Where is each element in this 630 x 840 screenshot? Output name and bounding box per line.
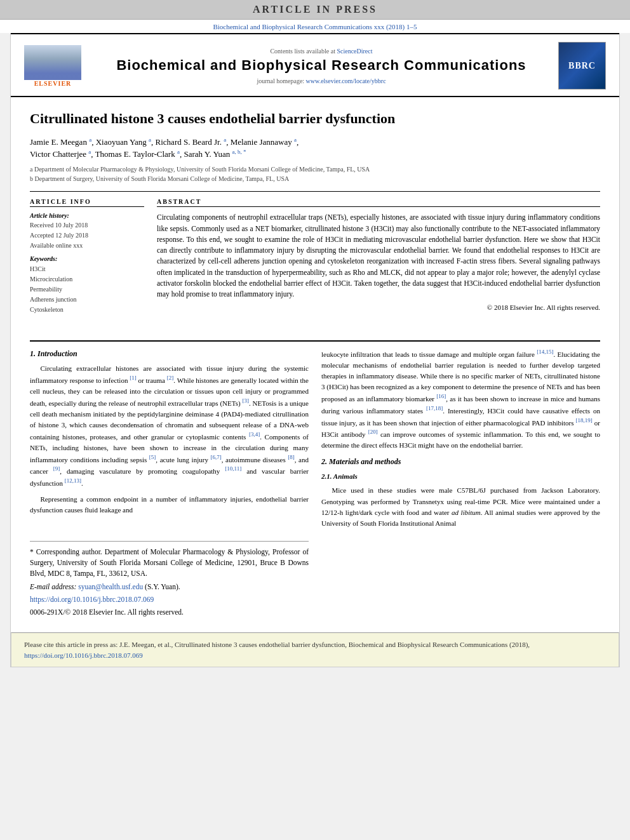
body-columns: 1. Introduction Circulating extracellula… (11, 348, 619, 632)
ref-20: [20] (368, 429, 378, 435)
footnote-email: E-mail address: syuan@health.usf.edu (S.… (30, 582, 309, 592)
ref-6-7: [6,7] (210, 454, 221, 460)
email-suffix: (S.Y. Yuan). (145, 583, 180, 590)
author-jannaway: Melanie Jannaway (231, 137, 292, 147)
sciencedirect-line: Contents lists available at ScienceDirec… (91, 48, 552, 55)
ref-1: [1] (130, 375, 137, 381)
affiliation-a: a Department of Molecular Pharmacology &… (30, 164, 600, 174)
keyword-cytoskeleton: Cytoskeleton (30, 305, 144, 315)
journal-reference-line: Biochemical and Biophysical Research Com… (0, 20, 630, 33)
col2-para1: leukocyte infiltration that leads to tis… (321, 348, 600, 451)
affiliation-b: b Department of Surgery, University of S… (30, 174, 600, 183)
intro-para1: Circulating extracellular histones are a… (30, 363, 309, 488)
article-title: Citrullinated histone 3 causes endotheli… (30, 110, 600, 128)
header-divider (30, 191, 600, 192)
doi-link[interactable]: https://doi.org/10.1016/j.bbrc.2018.07.0… (30, 596, 154, 603)
ref-3: [3] (243, 397, 250, 404)
ref-18-19: [18,19] (576, 417, 593, 423)
journal-homepage: journal homepage: www.elsevier.com/locat… (91, 77, 552, 84)
paper-container: ELSEVIER Contents lists available at Sci… (10, 33, 620, 667)
footnote-doi: https://doi.org/10.1016/j.bbrc.2018.07.0… (30, 594, 309, 605)
citation-bar-prefix: Please cite this article in press as: J.… (24, 641, 530, 648)
ref-8: [8] (288, 454, 295, 460)
citation-bar: Please cite this article in press as: J.… (11, 632, 619, 667)
footnote-issn: 0006-291X/© 2018 Elsevier Inc. All right… (30, 607, 309, 618)
author-beard: Richard S. Beard Jr. (156, 137, 222, 147)
homepage-label: journal homepage: (257, 77, 304, 84)
available-online: Available online xxx (30, 241, 144, 250)
bbrc-logo: BBRC (558, 42, 606, 90)
elsevier-logo-area: ELSEVIER (21, 45, 84, 87)
article-in-press-banner: ARTICLE IN PRESS (0, 0, 630, 20)
elsevier-image (24, 45, 81, 80)
affiliations: a Department of Molecular Pharmacology &… (30, 164, 600, 183)
body-col-right: leukocyte infiltration that leads to tis… (321, 348, 600, 620)
abstract-text: Circulating components of neutrophil ext… (157, 212, 600, 300)
keyword-microcirculation: Microcirculation (30, 274, 144, 284)
section2-heading: 2. Materials and methods (321, 456, 600, 467)
bbrc-logo-area: BBRC (558, 42, 609, 90)
article-info-title: ARTICLE INFO (30, 198, 144, 207)
footnote-corresponding: * Corresponding author. Department of Mo… (30, 547, 309, 580)
sciencedirect-label: Contents lists available at (270, 48, 335, 55)
email-link[interactable]: syuan@health.usf.edu (78, 583, 143, 590)
ref-14-15: [14,15] (537, 349, 553, 355)
info-abstract-row: ARTICLE INFO Article history: Received 1… (30, 198, 600, 315)
elsevier-brand: ELSEVIER (34, 80, 72, 87)
homepage-url[interactable]: www.elsevier.com/locate/ybbrc (306, 77, 386, 84)
body-col-left: 1. Introduction Circulating extracellula… (30, 348, 309, 620)
received-date: Received 10 July 2018 (30, 221, 144, 230)
history-label: Article history: (30, 212, 144, 219)
ref-12-13: [12,13] (65, 477, 81, 484)
section21-heading: 2.1. Animals (321, 471, 600, 482)
copyright-line: © 2018 Elsevier Inc. All rights reserved… (157, 303, 600, 311)
journal-center: Contents lists available at ScienceDirec… (84, 48, 558, 84)
author-yuan: Sarah Y. Yuan (184, 150, 230, 159)
citation-doi-link[interactable]: https://doi.org/10.1016/j.bbrc.2018.07.0… (24, 651, 143, 659)
sciencedirect-link[interactable]: ScienceDirect (337, 48, 372, 55)
author-chatterjee: Victor Chatterjee (30, 150, 86, 159)
ref-2: [2] (167, 375, 174, 381)
ref-5: [5] (149, 454, 156, 460)
ref-3-4: [3,4] (249, 431, 260, 437)
author-meegan: Jamie E. Meegan (30, 137, 87, 147)
ref-17-18: [17,18] (426, 405, 443, 411)
col2-para2: Mice used in these studies were male C57… (321, 485, 600, 528)
accepted-date: Accepted 12 July 2018 (30, 231, 144, 240)
keyword-h3cit: H3Cit (30, 264, 144, 274)
journal-header: ELSEVIER Contents lists available at Sci… (11, 33, 619, 97)
author-yang: Xiaoyuan Yang (96, 137, 147, 147)
keywords-label: Keywords: (30, 255, 144, 262)
footnote-section: * Corresponding author. Department of Mo… (30, 541, 309, 618)
ref-16: [16] (436, 393, 446, 399)
journal-title: Biochemical and Biophysical Research Com… (91, 57, 552, 74)
authors-line: Jamie E. Meegan a, Xiaoyuan Yang a, Rich… (30, 136, 600, 161)
keyword-permeability: Permeability (30, 284, 144, 295)
keyword-adherens: Adherens junction (30, 295, 144, 305)
article-content: Citrullinated histone 3 causes endotheli… (11, 97, 619, 340)
section-introduction-heading: 1. Introduction (30, 348, 309, 359)
ref-9: [9] (53, 465, 60, 472)
author-taylorclark: Thomas E. Taylor-Clark (95, 150, 175, 159)
abstract-panel: ABSTRACT Circulating components of neutr… (157, 198, 600, 315)
body-divider (30, 340, 600, 342)
article-info-panel: ARTICLE INFO Article history: Received 1… (30, 198, 144, 315)
abstract-title: ABSTRACT (157, 198, 600, 207)
intro-para2: Representing a common endpoint in a numb… (30, 494, 309, 516)
ref-10-11: [10,11] (225, 465, 241, 472)
